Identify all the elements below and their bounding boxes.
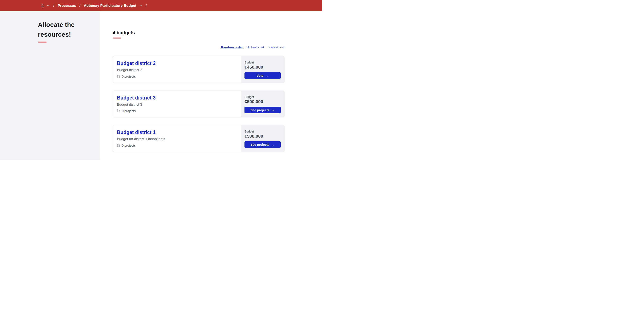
budget-card-title-link[interactable]: Budget district 1: [117, 130, 156, 136]
budget-card-meta: 0 projects: [117, 75, 237, 78]
breadcrumb-separator: /: [79, 4, 81, 8]
budget-amount: €500,000: [244, 134, 281, 139]
vote-button[interactable]: Vote →: [244, 72, 281, 79]
breadcrumb-process-title-link[interactable]: Abbenay Participatory Budget: [84, 4, 136, 8]
git-compare-icon: [117, 109, 120, 113]
budget-card: Budget district 3 Budget district 3: [113, 91, 284, 117]
see-projects-button-label: See projects: [250, 108, 270, 112]
see-projects-button[interactable]: See projects →: [244, 107, 281, 113]
page: / Processes / Abbenay Participatory Budg…: [0, 0, 322, 160]
chevron-down-icon: [140, 5, 142, 7]
sort-options: Random order Highest cost Lowest cost: [113, 45, 284, 49]
budgets-count-heading: 4 budgets: [113, 30, 284, 36]
vote-button-label: Vote: [256, 74, 263, 77]
sort-lowest-cost[interactable]: Lowest cost: [268, 45, 284, 49]
budget-card-title-link[interactable]: Budget district 3: [117, 95, 156, 101]
home-dropdown-toggle[interactable]: [47, 5, 50, 7]
budget-card-title-link[interactable]: Budget district 2: [117, 61, 156, 67]
budget-panel: Budget €500,000 See projects →: [241, 125, 284, 152]
budget-card-list: Budget district 2 Budget district 2: [113, 56, 284, 152]
sort-random-order[interactable]: Random order: [221, 45, 243, 49]
see-projects-button-label: See projects: [250, 143, 270, 146]
budget-card-body: Budget district 1 Budget for district 1 …: [113, 125, 241, 152]
budget-card-meta: 0 projects: [117, 109, 237, 113]
arrow-right-icon: →: [271, 143, 275, 146]
layout: Allocate the resources! 4 budgets Random…: [0, 11, 322, 160]
budget-card-body: Budget district 3 Budget district 3: [113, 91, 241, 117]
git-compare-icon: [117, 75, 120, 78]
budget-panel: Budget €450,000 Vote →: [241, 56, 284, 83]
budget-card: Budget district 1 Budget for district 1 …: [113, 125, 284, 152]
chevron-down-icon: [47, 5, 50, 7]
breadcrumb-bar: / Processes / Abbenay Participatory Budg…: [0, 0, 322, 11]
budget-card-meta: 0 projects: [117, 144, 237, 147]
home-link[interactable]: [40, 4, 45, 8]
budget-amount: €500,000: [244, 99, 281, 104]
projects-count: 0 projects: [122, 144, 136, 147]
arrow-right-icon: →: [265, 74, 268, 77]
breadcrumb-separator: /: [145, 4, 147, 8]
heading-accent-bar: [38, 42, 47, 43]
budget-label: Budget: [244, 130, 281, 133]
budget-card-description: Budget district 3: [117, 103, 237, 107]
sidebar-heading: Allocate the resources!: [38, 20, 90, 40]
projects-count: 0 projects: [122, 109, 136, 113]
budget-amount: €450,000: [244, 65, 281, 70]
breadcrumb-separator: /: [52, 4, 55, 8]
breadcrumb-processes-link[interactable]: Processes: [58, 4, 76, 8]
budgets-accent-bar: [113, 38, 121, 39]
sidebar: Allocate the resources!: [0, 11, 100, 160]
main-content: 4 budgets Random order Highest cost Lowe…: [100, 11, 322, 160]
projects-count: 0 projects: [122, 75, 136, 78]
budget-card-description: Budget district 2: [117, 68, 237, 72]
budget-label: Budget: [244, 95, 281, 99]
home-icon: [40, 4, 45, 8]
budget-card-description: Budget for district 1 inhabitants: [117, 137, 237, 141]
budgets-content: 4 budgets Random order Highest cost Lowe…: [113, 30, 284, 152]
arrow-right-icon: →: [271, 108, 275, 112]
budget-card-body: Budget district 2 Budget district 2: [113, 56, 241, 83]
see-projects-button[interactable]: See projects →: [244, 141, 281, 148]
breadcrumb: / Processes / Abbenay Participatory Budg…: [0, 4, 147, 8]
budget-panel: Budget €500,000 See projects →: [241, 91, 284, 117]
sort-highest-cost[interactable]: Highest cost: [246, 45, 264, 49]
budget-card: Budget district 2 Budget district 2: [113, 56, 284, 83]
process-dropdown-toggle[interactable]: [139, 5, 142, 7]
git-compare-icon: [117, 144, 120, 147]
budget-label: Budget: [244, 61, 281, 64]
